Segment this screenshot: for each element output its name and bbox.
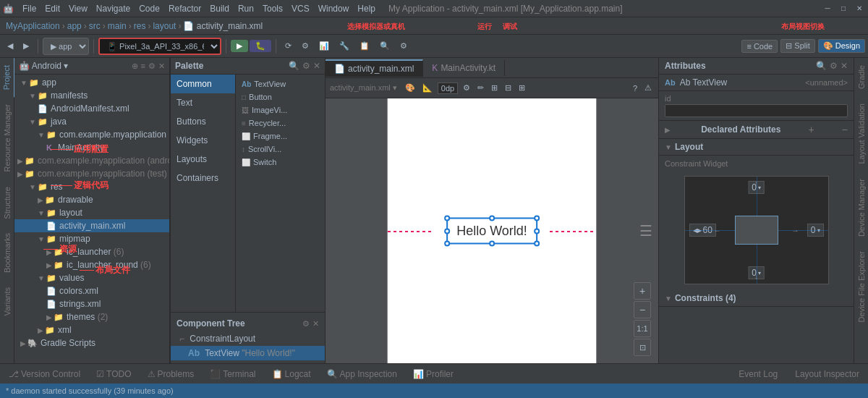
- maximize-btn[interactable]: □: [838, 3, 849, 14]
- view-code-btn[interactable]: ≡ Code: [741, 40, 778, 53]
- menu-navigate[interactable]: Navigate: [92, 2, 135, 15]
- design-tool-5[interactable]: ⊞: [516, 82, 527, 93]
- palette-cat-common[interactable]: Common: [171, 75, 235, 93]
- toolbar-fwd-btn[interactable]: ▶: [19, 40, 33, 52]
- handle-tl[interactable]: [444, 216, 450, 221]
- declared-attr-add-btn[interactable]: +: [809, 124, 814, 135]
- tab-device-file-explorer[interactable]: Device File Explorer: [854, 244, 869, 329]
- design-tool-1[interactable]: ⚙: [461, 82, 472, 93]
- palette-item-switch[interactable]: ⬜ Switch: [239, 156, 322, 169]
- tree-arrow-app[interactable]: ▼: [20, 79, 27, 87]
- breadcrumb-src[interactable]: src: [89, 21, 101, 31]
- toolbar-back-btn[interactable]: ◀: [3, 40, 17, 52]
- view-split-btn[interactable]: ⊟ Split: [780, 39, 814, 53]
- tab-project[interactable]: Project: [0, 58, 15, 97]
- tree-item-activity-main[interactable]: 📄 activity_main.xml: [14, 219, 169, 232]
- tree-arrow-mipmap[interactable]: ▼: [38, 235, 45, 243]
- tab-mainactivity-kt[interactable]: K MainActivity.kt: [423, 60, 505, 76]
- bottom-tab-app-inspection[interactable]: 🔍 App Inspection: [321, 368, 403, 381]
- toolbar-btn-2[interactable]: ⚙: [297, 40, 313, 52]
- palette-gear-btn[interactable]: ⚙: [302, 61, 310, 71]
- breadcrumb-myapp[interactable]: MyApplication: [6, 21, 60, 31]
- layout-section[interactable]: ▼ Layout: [659, 139, 854, 156]
- bottom-tab-logcat[interactable]: 📋 Logcat: [266, 368, 317, 381]
- palette-cat-buttons[interactable]: Buttons: [171, 112, 235, 131]
- palette-item-imageview[interactable]: 🖼 ImageVi...: [239, 103, 322, 117]
- attr-id-input[interactable]: [665, 104, 848, 117]
- design-tool-palette[interactable]: 🎨: [403, 82, 417, 93]
- tab-structure[interactable]: Structure: [0, 179, 14, 226]
- design-tool-3[interactable]: ⊞: [489, 82, 500, 93]
- tab-layout-validation[interactable]: Layout Validation: [854, 96, 869, 172]
- tab-resource-manager[interactable]: Resource Manager: [0, 97, 14, 179]
- design-tool-2[interactable]: ✏: [475, 82, 486, 93]
- palette-cat-containers[interactable]: Containers: [171, 169, 235, 187]
- debug-button[interactable]: 🐛: [250, 40, 271, 52]
- menu-window[interactable]: Window: [314, 2, 354, 15]
- android-dropdown[interactable]: 🤖 Android ▾: [19, 61, 68, 71]
- tab-device-manager[interactable]: Device Manager: [854, 172, 869, 244]
- bottom-tab-layout-inspector[interactable]: Layout Inspector: [789, 368, 865, 381]
- tree-item-java[interactable]: ▼ 📁 java: [14, 115, 169, 128]
- tree-item-layout[interactable]: ▼ 📁 layout: [14, 206, 169, 219]
- attr-gear-btn[interactable]: ⚙: [830, 61, 838, 71]
- tree-arrow-java[interactable]: ▼: [29, 118, 36, 126]
- tree-item-androidtest[interactable]: ▶ 📁 com.example.myapplication (androidTe…: [14, 154, 169, 167]
- toolbar-btn-1[interactable]: ⟳: [281, 40, 296, 52]
- zoom-screen-btn[interactable]: ⊡: [634, 339, 651, 356]
- breadcrumb-xml[interactable]: 📄 activity_main.xml: [183, 21, 263, 31]
- bottom-tab-todo[interactable]: ☑ TODO: [90, 368, 137, 381]
- palette-close-btn[interactable]: ✕: [313, 61, 320, 71]
- tree-arrow-layout[interactable]: ▼: [38, 209, 45, 217]
- tree-arrow-manifests[interactable]: ▼: [29, 92, 36, 100]
- design-tool-blueprint[interactable]: 📐: [420, 82, 435, 93]
- handle-ml[interactable]: [444, 228, 450, 234]
- menu-help[interactable]: Help: [353, 2, 380, 15]
- tree-arrow-xml[interactable]: ▶: [38, 326, 43, 334]
- tree-item-manifests[interactable]: ▼ 📁 manifests: [14, 89, 169, 102]
- toolbar-btn-5[interactable]: 📋: [355, 40, 374, 52]
- tree-item-manifest-xml[interactable]: 📄 AndroidManifest.xml: [14, 102, 169, 115]
- breadcrumb-main[interactable]: main: [108, 21, 127, 31]
- menu-refactor[interactable]: Refactor: [164, 2, 205, 15]
- palette-item-recyclerview[interactable]: ≡ Recycler...: [239, 117, 322, 130]
- breadcrumb-app[interactable]: app: [67, 21, 82, 31]
- tree-item-mainactivity[interactable]: K MainActivity: [14, 141, 169, 154]
- menu-code[interactable]: Code: [135, 2, 164, 15]
- tree-item-drawable[interactable]: ▶ 📁 drawable: [14, 193, 169, 206]
- tree-item-gradle[interactable]: ▶ 🐘 Gradle Scripts: [14, 336, 169, 350]
- tree-item-strings[interactable]: 📄 strings.xml: [14, 297, 169, 310]
- menu-edit[interactable]: Edit: [41, 2, 64, 15]
- tree-arrow-androidtest[interactable]: ▶: [17, 157, 23, 165]
- palette-cat-layouts[interactable]: Layouts: [171, 150, 235, 169]
- view-design-btn[interactable]: 🎨 Design: [818, 39, 865, 53]
- component-tree-constraint[interactable]: ⌐ ConstraintLayout: [171, 331, 325, 346]
- close-btn[interactable]: ✕: [854, 3, 865, 14]
- menu-vcs[interactable]: VCS: [287, 2, 314, 15]
- breadcrumb-layout[interactable]: layout: [153, 21, 176, 31]
- project-tool-settings[interactable]: ⚙: [148, 62, 156, 71]
- handle-br[interactable]: [534, 241, 540, 247]
- device-select[interactable]: 📱 Pixel_3a_API_33_x86_64: [98, 38, 221, 55]
- run-button[interactable]: ▶: [231, 40, 248, 52]
- constraints-section[interactable]: ▼ Constraints (4): [659, 290, 854, 307]
- palette-item-textview[interactable]: Ab TextView: [239, 77, 322, 90]
- palette-search-btn[interactable]: 🔍: [289, 61, 299, 71]
- tree-arrow-res[interactable]: ▼: [29, 183, 36, 191]
- tree-item-colors[interactable]: 📄 colors.xml: [14, 284, 169, 297]
- drag-handle-icon[interactable]: ☰: [639, 222, 652, 240]
- bottom-tab-problems[interactable]: ⚠ Problems: [142, 368, 200, 381]
- component-tree-textview[interactable]: Ab TextView "Hello World!": [171, 346, 325, 360]
- tab-gradle[interactable]: Gradle: [854, 58, 869, 96]
- menu-build[interactable]: Build: [205, 2, 234, 15]
- tab-bookmarks[interactable]: Bookmarks: [0, 226, 14, 280]
- tree-item-themes[interactable]: ▶ 📁 themes (2): [14, 310, 169, 323]
- component-tree-settings[interactable]: ⚙: [302, 319, 310, 329]
- declared-attributes-section[interactable]: ▶ Declared Attributes + −: [659, 121, 854, 139]
- palette-cat-widgets[interactable]: Widgets: [171, 131, 235, 150]
- toolbar-btn-4[interactable]: 🔧: [335, 40, 354, 52]
- tab-variants[interactable]: Variants: [0, 280, 14, 323]
- tree-arrow-ic-launcher-round[interactable]: ▶: [46, 261, 52, 269]
- tree-arrow-test[interactable]: ▶: [17, 170, 23, 178]
- handle-tm[interactable]: [489, 216, 495, 221]
